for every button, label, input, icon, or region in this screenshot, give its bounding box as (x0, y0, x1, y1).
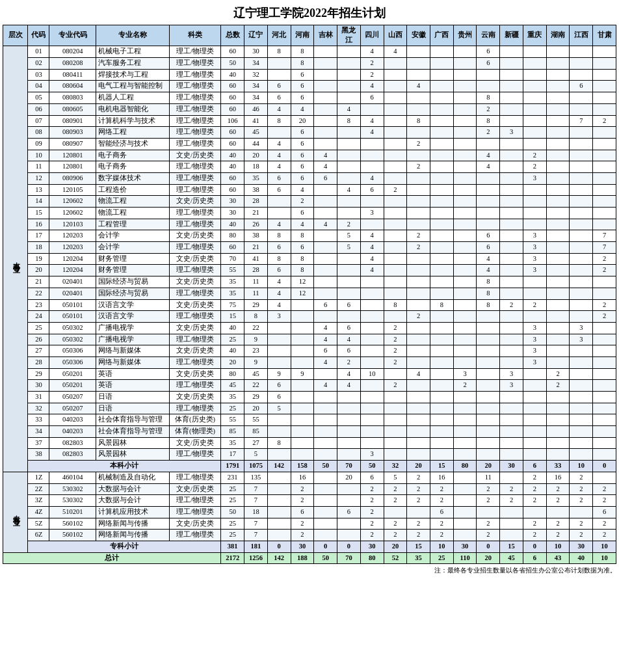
table-cell: 3 (360, 208, 384, 219)
table-cell (360, 219, 384, 230)
table-cell: 22 (244, 322, 268, 334)
table-cell: 2 (360, 518, 384, 530)
table-cell: 080411 (49, 69, 96, 81)
table-cell (430, 208, 453, 219)
table-cell: 50 (221, 506, 244, 518)
table-cell (291, 403, 314, 414)
table-cell: 28 (244, 265, 268, 276)
table-cell (477, 345, 500, 357)
table-cell (314, 103, 337, 115)
table-cell: 3 (523, 334, 546, 345)
table-cell (523, 81, 546, 92)
table-cell: 21 (244, 242, 268, 254)
table-cell (430, 46, 453, 58)
table-cell (453, 518, 477, 530)
table-cell (500, 58, 523, 70)
table-row: 13120105工程造价理工/物理类603864462 (3, 184, 616, 196)
header-xinjiang: 新疆 (500, 25, 523, 46)
table-cell (546, 184, 570, 196)
table-cell (430, 172, 453, 184)
table-cell (430, 356, 453, 368)
table-cell: 29 (244, 299, 268, 311)
table-cell (407, 219, 430, 230)
table-cell: 8 (430, 299, 453, 311)
table-cell: 70 (337, 461, 361, 472)
table-cell (500, 403, 523, 414)
table-cell: 4 (360, 230, 384, 242)
table-cell (407, 299, 430, 311)
table-cell: 25 (221, 530, 244, 541)
table-row: 20120204财务管理理工/物理类5528684432 (3, 265, 616, 276)
table-cell (523, 311, 546, 323)
table-cell: 30 (28, 380, 49, 392)
table-cell: 2 (407, 472, 430, 483)
table-cell: 2 (546, 495, 570, 507)
table-cell (360, 311, 384, 323)
table-cell: 34 (244, 92, 268, 104)
table-cell (267, 196, 291, 208)
header-heilongjiang: 黑龙江 (337, 25, 361, 46)
table-cell: 6 (314, 299, 337, 311)
table-cell: 16 (291, 472, 314, 483)
page-title: 辽宁理工学院2022年招生计划 (3, 5, 616, 21)
table-cell (523, 69, 546, 81)
table-cell (453, 172, 477, 184)
table-cell (430, 219, 453, 230)
table-cell: 会计学 (96, 242, 169, 254)
table-cell (430, 161, 453, 173)
table-cell (523, 103, 546, 115)
table-cell: 数字媒体技术 (96, 172, 169, 184)
table-row: 2Z530302大数据与会计文史/历史类25722222222222 (3, 483, 616, 495)
table-cell: 080208 (49, 58, 96, 70)
table-cell (453, 356, 477, 368)
table-cell (267, 483, 291, 495)
table-cell (523, 46, 546, 58)
table-cell: 机器人工程 (96, 92, 169, 104)
table-cell (570, 103, 593, 115)
table-cell: 60 (221, 103, 244, 115)
table-cell (546, 208, 570, 219)
table-cell (430, 345, 453, 357)
table-cell: 2Z (28, 483, 49, 495)
table-cell: 3Z (28, 495, 49, 507)
table-cell: 2 (546, 483, 570, 495)
table-cell (523, 276, 546, 288)
table-cell: 3 (523, 322, 546, 334)
table-cell: 15 (407, 541, 430, 552)
table-cell: 8 (267, 46, 291, 58)
table-row: 5Z560102网络新闻与传播文史/历史类2572222222222 (3, 518, 616, 530)
table-cell: 理工/物理类 (169, 115, 221, 127)
table-cell: 55 (221, 414, 244, 426)
table-cell: 机械制造及自动化 (96, 472, 169, 483)
table-cell: 2 (500, 299, 523, 311)
table-cell: 4 (337, 334, 361, 345)
table-cell: 3 (267, 311, 291, 323)
table-cell: 6 (291, 172, 314, 184)
table-cell: 2 (570, 483, 593, 495)
table-cell: 25 (221, 483, 244, 495)
table-cell (523, 138, 546, 150)
table-cell (407, 58, 430, 70)
table-cell: 24 (28, 311, 49, 323)
table-cell (430, 184, 453, 196)
table-cell (337, 518, 361, 530)
table-row: 6Z560102网络新闻与传播理工/物理类2572222222222 (3, 530, 616, 541)
table-cell: 3 (523, 356, 546, 368)
table-cell (523, 403, 546, 414)
table-cell: 10 (28, 150, 49, 161)
table-cell: 网络新闻与传播 (96, 530, 169, 541)
table-cell: 2 (407, 230, 430, 242)
table-cell: 2 (477, 127, 500, 139)
table-row: 04080604电气工程与智能控制理工/物理类603466446 (3, 81, 616, 92)
table-cell: 25 (221, 495, 244, 507)
table-cell (453, 242, 477, 254)
table-cell (314, 276, 337, 288)
table-cell (430, 230, 453, 242)
table-cell (546, 150, 570, 161)
table-cell: 30 (500, 461, 523, 472)
table-cell: 工程造价 (96, 184, 169, 196)
table-cell (570, 161, 593, 173)
table-cell (407, 288, 430, 299)
table-cell: 6 (337, 322, 361, 334)
table-cell (453, 483, 477, 495)
